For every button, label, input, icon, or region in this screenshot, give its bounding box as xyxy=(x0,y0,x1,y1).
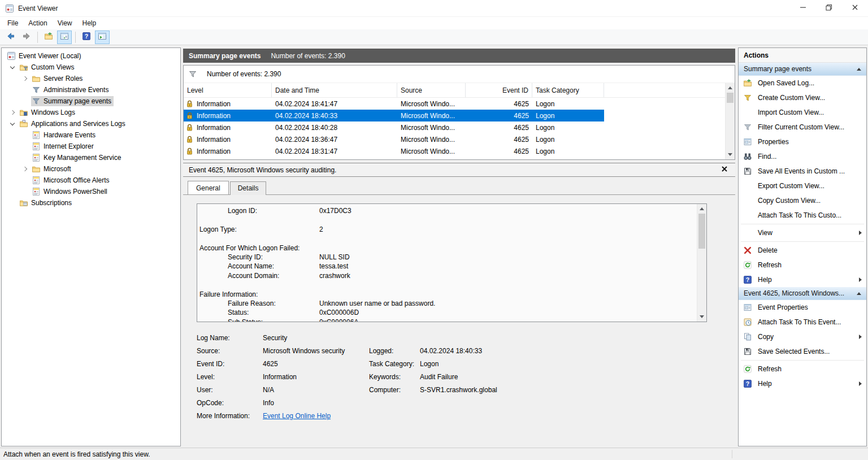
forward-button[interactable] xyxy=(19,31,34,44)
table-row[interactable]: Information04.02.2024 18:40:33Microsoft … xyxy=(184,110,604,121)
scroll-thumb[interactable] xyxy=(727,93,734,103)
minimize-button[interactable] xyxy=(790,0,816,16)
tree-item-internet-explorer: Internet Explorer xyxy=(2,141,180,152)
tree-node-content[interactable]: Windows Logs xyxy=(19,107,77,118)
filter-gold-icon xyxy=(743,93,752,102)
actions-section-summary-page-events[interactable]: Summary page events xyxy=(739,63,866,76)
table-row[interactable]: Information04.02.2024 18:40:28Microsoft … xyxy=(184,121,604,133)
menu-help[interactable]: Help xyxy=(77,17,102,29)
events-table-area: Level Date and Time Source Event ID Task… xyxy=(184,83,735,159)
field-value: 4625 xyxy=(263,360,369,368)
description-value: Unknown user name or bad password. xyxy=(319,300,435,307)
menu-action[interactable]: Action xyxy=(23,17,52,29)
expander-expanded[interactable] xyxy=(6,123,19,125)
title-bar: Event Viewer xyxy=(0,0,868,17)
tree-node-content[interactable]: Microsoft Office Alerts xyxy=(31,175,111,185)
action-create-custom-view[interactable]: Create Custom View... xyxy=(739,90,866,105)
action-label: Create Custom View... xyxy=(758,94,825,102)
expander-collapsed[interactable] xyxy=(6,111,19,114)
tree-node-content[interactable]: Custom Views xyxy=(19,62,76,72)
menu-file[interactable]: File xyxy=(2,17,23,29)
tab-details[interactable]: Details xyxy=(230,181,267,195)
action-import-custom-view[interactable]: Import Custom View... xyxy=(739,105,866,120)
event-detail-header: Event 4625, Microsoft Windows security a… xyxy=(183,163,735,177)
copy-icon xyxy=(743,332,752,341)
action-attach-task-to-this-custo[interactable]: Attach Task To This Custo... xyxy=(739,208,866,223)
tree-node-content[interactable]: Key Management Service xyxy=(31,153,123,163)
tree-node-content[interactable]: Administrative Events xyxy=(31,85,111,95)
tree-node-content[interactable]: Hardware Events xyxy=(31,130,98,140)
show-hide-console-tree-button[interactable] xyxy=(57,31,72,44)
tree-node-content[interactable]: Windows PowerShell xyxy=(31,186,110,197)
action-delete[interactable]: Delete xyxy=(739,243,866,258)
restore-button[interactable] xyxy=(816,0,842,16)
table-row[interactable]: Information04.02.2024 18:41:47Microsoft … xyxy=(184,98,604,110)
open-saved-log-button[interactable] xyxy=(41,31,56,44)
expander-collapsed[interactable] xyxy=(19,77,31,80)
tree-node-content[interactable]: Microsoft xyxy=(31,164,73,174)
actions-section-event-4625-microsoft-windows[interactable]: Event 4625, Microsoft Windows... xyxy=(739,287,866,300)
scroll-thumb[interactable] xyxy=(698,214,705,249)
action-refresh[interactable]: Refresh xyxy=(739,362,866,376)
toolbar-separator xyxy=(37,32,38,43)
action-copy-custom-view[interactable]: Copy Custom View... xyxy=(739,193,866,208)
action-save-all-events-in-custom[interactable]: Save All Events in Custom ... xyxy=(739,164,866,179)
description-line: Failure Information: xyxy=(199,290,697,300)
save-icon xyxy=(743,167,752,176)
actions-section-title: Event 4625, Microsoft Windows... xyxy=(744,289,844,297)
expander-collapsed[interactable] xyxy=(19,167,31,171)
action-filter-current-custom-view[interactable]: Filter Current Custom View... xyxy=(739,120,866,134)
close-detail-button[interactable] xyxy=(719,165,730,175)
column-header-event-id[interactable]: Event ID xyxy=(466,83,532,97)
scroll-up-arrow[interactable] xyxy=(697,204,707,214)
column-header-date-time[interactable]: Date and Time xyxy=(272,83,397,97)
tree-node-content[interactable]: Server Roles xyxy=(31,73,85,84)
action-help[interactable]: ?Help xyxy=(739,272,866,287)
tree-node-content[interactable]: Event Viewer (Local) xyxy=(6,51,84,61)
action-attach-task-to-this-event[interactable]: Attach Task To This Event... xyxy=(739,315,866,329)
tab-general[interactable]: General xyxy=(188,181,229,194)
back-button[interactable] xyxy=(3,31,18,44)
tree-node-content[interactable]: Internet Explorer xyxy=(31,141,96,151)
close-button[interactable] xyxy=(842,0,868,16)
level-text: Information xyxy=(197,124,231,132)
action-label: Save Selected Events... xyxy=(758,348,830,355)
tree-node-content[interactable]: Summary page events xyxy=(31,96,114,106)
column-header-level[interactable]: Level xyxy=(184,83,272,97)
help-button[interactable]: ? xyxy=(79,31,94,44)
table-row[interactable]: Information04.02.2024 18:36:47Microsoft … xyxy=(184,133,604,145)
actions-panel: Actions Summary page eventsOpen Saved Lo… xyxy=(738,47,867,446)
scroll-down-arrow[interactable] xyxy=(726,150,735,159)
column-header-source[interactable]: Source xyxy=(397,83,466,97)
tree-node-content[interactable]: Applications and Services Logs xyxy=(19,119,128,129)
action-copy[interactable]: Copy xyxy=(739,329,866,344)
show-hide-action-pane-button[interactable] xyxy=(95,31,110,44)
action-help[interactable]: ?Help xyxy=(739,376,866,391)
windows-logs-icon xyxy=(19,108,28,117)
lock-icon xyxy=(185,147,194,155)
action-find[interactable]: Find... xyxy=(739,149,866,164)
column-header-task-category[interactable]: Task Category xyxy=(532,83,604,97)
status-bar: Attach when an event is fired satisfying… xyxy=(0,448,868,460)
svg-text:?: ? xyxy=(85,33,88,40)
action-label: Help xyxy=(758,380,772,388)
action-view[interactable]: View xyxy=(739,225,866,240)
events-scrollbar xyxy=(725,83,735,159)
menu-view[interactable]: View xyxy=(53,17,77,29)
tree-node-content[interactable]: Subscriptions xyxy=(19,198,74,208)
action-open-saved-log[interactable]: Open Saved Log... xyxy=(739,76,866,90)
event-log-online-help-link[interactable]: Event Log Online Help xyxy=(263,412,369,420)
expander-expanded[interactable] xyxy=(6,67,19,68)
table-row[interactable]: Information04.02.2024 18:31:47Microsoft … xyxy=(184,145,604,157)
action-refresh[interactable]: Refresh xyxy=(739,258,866,272)
chevron-right-icon xyxy=(10,110,15,115)
source-cell: Microsoft Windo... xyxy=(397,147,466,155)
action-export-custom-view[interactable]: Export Custom View... xyxy=(739,179,866,193)
action-event-properties[interactable]: Event Properties xyxy=(739,300,866,315)
action-properties[interactable]: Properties xyxy=(739,134,866,149)
scroll-down-arrow[interactable] xyxy=(697,312,707,322)
filter-icon xyxy=(32,85,41,94)
scroll-up-arrow[interactable] xyxy=(726,83,735,93)
action-save-selected-events[interactable]: Save Selected Events... xyxy=(739,344,866,359)
description-label: Account For Which Logon Failed: xyxy=(199,244,300,252)
